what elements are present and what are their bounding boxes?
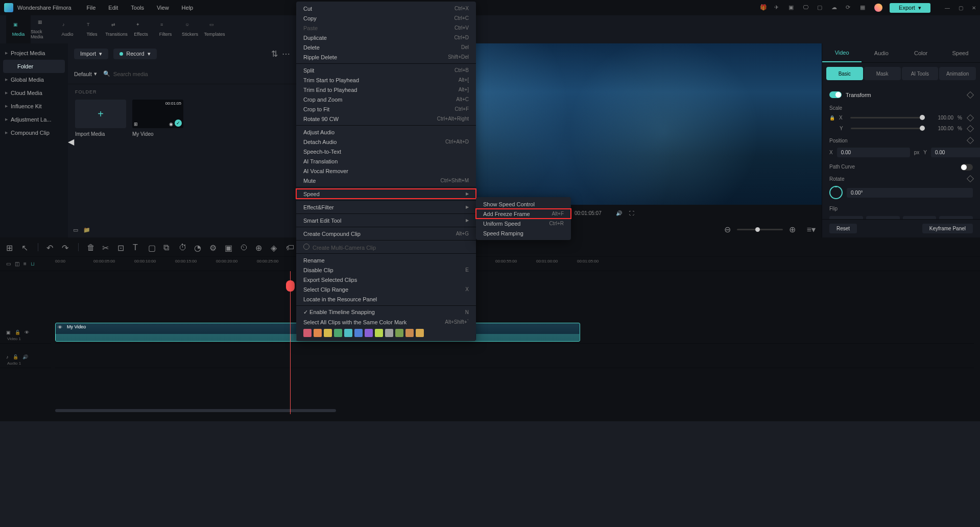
- color-swatch[interactable]: [354, 329, 363, 337]
- cat-audio[interactable]: ♪Audio: [55, 15, 80, 43]
- import-button[interactable]: Import▾: [74, 49, 108, 59]
- more-icon[interactable]: ⋯: [282, 49, 290, 59]
- ruler-opt-1[interactable]: ▭: [6, 261, 11, 267]
- sidebar-folder[interactable]: Folder: [3, 60, 65, 73]
- search-input[interactable]: 🔍Search media: [103, 70, 290, 77]
- lock-icon[interactable]: 🔒: [829, 115, 835, 121]
- ctx-enable-timeline-snapping[interactable]: Enable Timeline SnappingN: [296, 307, 476, 317]
- tl-marker[interactable]: ◈: [271, 243, 279, 251]
- screens-icon[interactable]: ▣: [788, 4, 796, 11]
- keyframe-panel-button[interactable]: Keyframe Panel: [922, 224, 973, 233]
- gift-icon[interactable]: 🎁: [760, 4, 767, 11]
- audio-lock-icon[interactable]: 🔓: [13, 354, 18, 360]
- ctx-effect-filter[interactable]: Effect&Filter▶: [296, 202, 476, 212]
- ctx-rename[interactable]: Rename: [296, 255, 476, 265]
- menu-edit[interactable]: Edit: [108, 5, 118, 11]
- color-swatch[interactable]: [344, 329, 352, 337]
- tab-audio[interactable]: Audio: [862, 43, 901, 62]
- ctx-speed-show-speed-control[interactable]: Show Speed Control: [476, 199, 571, 209]
- rotate-dial[interactable]: [829, 186, 843, 199]
- ctx-speed-speed-ramping[interactable]: Speed Ramping: [476, 228, 571, 238]
- tl-adjust[interactable]: ⚙: [209, 243, 218, 251]
- cat-filters[interactable]: ≡Filters: [153, 15, 178, 43]
- ctx-trim-start-to-playhead[interactable]: Trim Start to PlayheadAlt+[: [296, 75, 476, 85]
- tl-color[interactable]: ◔: [194, 243, 202, 251]
- new-folder-icon[interactable]: 📁: [83, 227, 90, 233]
- scale-x-slider[interactable]: [850, 117, 925, 118]
- user-avatar-icon[interactable]: [874, 4, 882, 12]
- ctx-locate-in-the-resource-panel[interactable]: Locate in the Resource Panel: [296, 294, 476, 304]
- scale-y-value[interactable]: 100.00: [929, 126, 953, 131]
- ctx-delete[interactable]: DeleteDel: [296, 42, 476, 52]
- ctx-mute[interactable]: MuteCtrl+Shift+M: [296, 176, 476, 185]
- tl-rect[interactable]: ▢: [148, 243, 156, 251]
- menu-help[interactable]: Help: [182, 5, 194, 11]
- ctx-crop-and-zoom[interactable]: Crop and ZoomAlt+C: [296, 94, 476, 104]
- transform-toggle[interactable]: [829, 91, 842, 98]
- media-thumb-myvideo[interactable]: 00:01:05 ⊞ ◉ ✓ My Video: [132, 100, 183, 137]
- refresh-icon[interactable]: ⟳: [846, 4, 853, 11]
- tab-speed[interactable]: Speed: [941, 43, 980, 62]
- kf-icon[interactable]: [967, 125, 974, 132]
- monitor-icon[interactable]: 🖵: [803, 4, 810, 11]
- zoom-out-button[interactable]: ⊖: [724, 225, 731, 234]
- sidebar-influence[interactable]: ▶Influence Kit: [0, 100, 68, 113]
- ctx-speed-add-freeze-frame[interactable]: Add Freeze FrameAlt+F: [476, 209, 571, 219]
- tl-crop[interactable]: ⊡: [117, 243, 126, 251]
- tl-tool-1[interactable]: ⊞: [6, 243, 14, 251]
- cat-titles[interactable]: TTitles: [80, 15, 104, 43]
- subtab-mask[interactable]: Mask: [864, 67, 901, 80]
- track-toggle-icon[interactable]: ▣: [6, 330, 11, 335]
- cat-templates[interactable]: ▭Templates: [202, 15, 227, 43]
- color-swatch[interactable]: [405, 329, 414, 337]
- apps-icon[interactable]: ▦: [860, 4, 867, 11]
- color-swatch[interactable]: [375, 329, 383, 337]
- ctx-smart-edit-tool[interactable]: Smart Edit Tool▶: [296, 215, 476, 225]
- scale-y-slider[interactable]: [851, 128, 925, 129]
- pos-x-input[interactable]: [837, 148, 910, 157]
- tl-split[interactable]: ✂: [102, 243, 110, 251]
- cat-transitions[interactable]: ⇄Transitions: [104, 15, 129, 43]
- ctx-duplicate[interactable]: DuplicateCtrl+D: [296, 33, 476, 42]
- color-swatch[interactable]: [303, 329, 312, 337]
- path-curve-toggle[interactable]: [961, 164, 973, 171]
- timeline-scrollbar[interactable]: [55, 409, 973, 412]
- kf-icon[interactable]: [967, 137, 974, 144]
- tl-timer[interactable]: ⏲: [240, 243, 248, 251]
- playhead[interactable]: [290, 271, 291, 414]
- ruler-opt-magnet[interactable]: ⊔: [31, 261, 35, 267]
- cloud-icon[interactable]: ☁: [831, 4, 839, 11]
- ctx-copy[interactable]: CopyCtrl+C: [296, 13, 476, 23]
- tl-expand[interactable]: ⊕: [255, 243, 264, 251]
- ctx-rotate-cw[interactable]: Rotate 90 CWCtrl+Alt+Right: [296, 114, 476, 124]
- tl-text[interactable]: T: [133, 243, 141, 251]
- tl-redo[interactable]: ↷: [62, 243, 70, 251]
- ctx-select-all-clips-with-the-same-color-mark[interactable]: Select All Clips with the Same Color Mar…: [296, 317, 476, 327]
- sidebar-cloud[interactable]: ▶Cloud Media: [0, 86, 68, 100]
- track-lock-icon[interactable]: 🔓: [15, 330, 20, 335]
- scale-x-value[interactable]: 100.00: [929, 115, 953, 121]
- zoom-in-button[interactable]: ⊕: [789, 225, 796, 234]
- pos-y-input[interactable]: [931, 148, 980, 157]
- kf-icon[interactable]: [967, 175, 974, 182]
- ruler-opt-3[interactable]: ≡: [23, 261, 27, 267]
- color-swatch[interactable]: [416, 329, 424, 337]
- kf-icon[interactable]: [967, 114, 974, 121]
- timeline-ruler[interactable]: ▭ ◫ ≡ ⊔ 00:00 00:00:05:00 00:00:10:00 00…: [0, 257, 980, 271]
- volume-icon[interactable]: 🔊: [616, 210, 622, 216]
- sidebar-global[interactable]: ▶Global Media: [0, 73, 68, 86]
- cat-stock[interactable]: ▦Stock Media: [31, 15, 55, 43]
- kf-diamond-icon[interactable]: [967, 91, 974, 98]
- sidebar-project-media[interactable]: ▶Project Media: [0, 46, 68, 60]
- ctx-select-clip-range[interactable]: Select Clip RangeX: [296, 284, 476, 294]
- ctx-speed[interactable]: Speed▶: [296, 189, 476, 199]
- preview-eye-icon[interactable]: ◉: [169, 122, 173, 127]
- track-eye-icon[interactable]: 👁: [25, 330, 29, 335]
- ctx-create-compound-clip[interactable]: Create Compound ClipAlt+G: [296, 229, 476, 238]
- menu-view[interactable]: View: [157, 5, 169, 11]
- ctx-ai-vocal-remover[interactable]: AI Vocal Remover: [296, 166, 476, 176]
- list-view-button[interactable]: ≡▾: [807, 225, 816, 234]
- tl-crop2[interactable]: ▣: [225, 243, 233, 251]
- color-swatch[interactable]: [365, 329, 373, 337]
- ctx-ai-translation[interactable]: AI Translation: [296, 156, 476, 166]
